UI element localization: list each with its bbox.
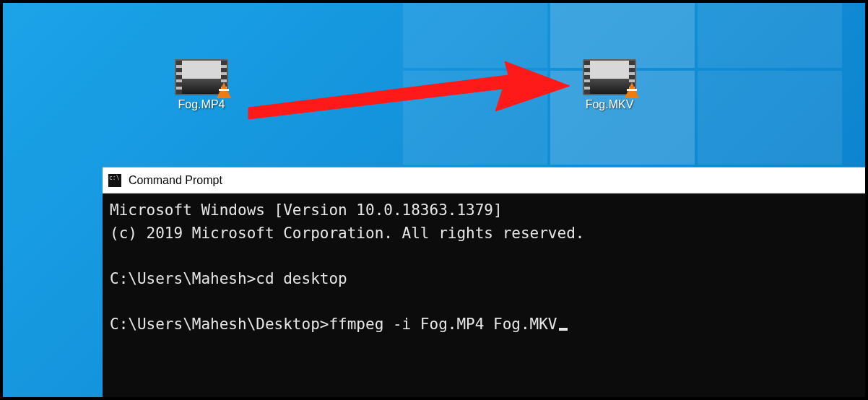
- cmd-cursor: [559, 328, 568, 331]
- desktop-file-mkv[interactable]: Fog.MKV: [566, 59, 653, 111]
- annotation-arrow: [241, 57, 573, 122]
- cmd-titlebar[interactable]: Command Prompt: [103, 168, 868, 194]
- vlc-cone-icon: [217, 82, 231, 98]
- cmd-app-icon: [108, 174, 121, 187]
- command-prompt-window[interactable]: Command Prompt Microsoft Windows [Versio…: [103, 167, 868, 400]
- desktop-file-label: Fog.MP4: [158, 98, 245, 111]
- video-file-icon: [583, 59, 636, 95]
- cmd-prompt: C:\Users\Mahesh\Desktop>: [110, 316, 329, 333]
- vlc-cone-icon: [625, 82, 639, 98]
- cmd-line: Microsoft Windows [Version 10.0.18363.13…: [110, 201, 503, 219]
- cmd-input: cd desktop: [256, 270, 347, 287]
- desktop-file-mp4[interactable]: Fog.MP4: [158, 59, 245, 111]
- cmd-line: (c) 2019 Microsoft Corporation. All righ…: [110, 225, 584, 242]
- cmd-input: ffmpeg -i Fog.MP4 Fog.MKV: [329, 316, 557, 333]
- cmd-title: Command Prompt: [129, 174, 222, 187]
- video-file-icon: [175, 59, 228, 95]
- cmd-output[interactable]: Microsoft Windows [Version 10.0.18363.13…: [103, 194, 868, 400]
- cmd-prompt: C:\Users\Mahesh>: [110, 270, 256, 287]
- desktop-file-label: Fog.MKV: [566, 98, 653, 111]
